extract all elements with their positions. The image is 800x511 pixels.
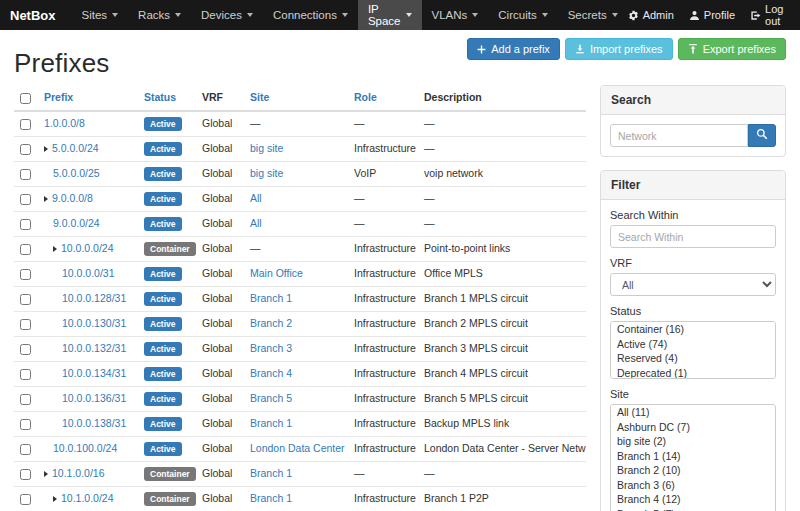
status-listbox[interactable]: Container (16)Active (74)Reserved (4)Dep… [610, 321, 776, 379]
prefix-link[interactable]: 10.0.0.138/31 [62, 417, 126, 429]
prefix-link[interactable]: 10.0.100.0/24 [53, 442, 117, 454]
prefix-link[interactable]: 1.0.0.0/8 [44, 117, 85, 129]
site-link[interactable]: Main Office [250, 267, 303, 279]
column-header-role[interactable]: Role [348, 85, 418, 111]
listbox-option[interactable]: Ashburn DC (7) [611, 420, 775, 435]
prefix-link[interactable]: 10.0.0.128/31 [62, 292, 126, 304]
prefix-link[interactable]: 10.0.0.0/31 [62, 267, 115, 279]
profile-menu-item[interactable]: Profile [689, 9, 735, 21]
row-checkbox[interactable] [20, 469, 31, 480]
site-listbox[interactable]: All (11)Ashburn DC (7)big site (2)Branch… [610, 404, 776, 511]
row-checkbox[interactable] [20, 344, 31, 355]
listbox-option[interactable]: Branch 3 (6) [611, 478, 775, 493]
row-checkbox[interactable] [20, 219, 31, 230]
select-all-checkbox[interactable] [20, 93, 31, 104]
prefix-link[interactable]: 10.1.0.0/16 [52, 467, 105, 479]
row-checkbox[interactable] [20, 394, 31, 405]
listbox-option[interactable]: big site (2) [611, 434, 775, 449]
site-link[interactable]: big site [250, 167, 283, 179]
column-header-status[interactable]: Status [138, 85, 196, 111]
listbox-option[interactable]: All (11) [611, 405, 775, 420]
search-within-input[interactable] [610, 225, 776, 248]
listbox-option[interactable]: Branch 2 (10) [611, 463, 775, 478]
prefix-link[interactable]: 9.0.0.0/24 [53, 217, 100, 229]
listbox-option[interactable]: Branch 4 (12) [611, 492, 775, 507]
site-link[interactable]: Branch 4 [250, 367, 292, 379]
add-prefix-button[interactable]: Add a prefix [467, 38, 560, 60]
expand-icon[interactable] [44, 146, 48, 152]
listbox-option[interactable]: Branch 1 (14) [611, 449, 775, 464]
row-checkbox[interactable] [20, 419, 31, 430]
prefix-link[interactable]: 9.0.0.0/8 [52, 192, 93, 204]
row-checkbox[interactable] [20, 119, 31, 130]
prefix-link[interactable]: 10.1.0.0/24 [61, 492, 114, 504]
expand-icon[interactable] [53, 496, 57, 502]
expand-icon[interactable] [44, 196, 48, 202]
site-link[interactable]: Branch 3 [250, 342, 292, 354]
site-link[interactable]: Branch 2 [250, 317, 292, 329]
row-checkbox[interactable] [20, 244, 31, 255]
nav-item-vlans[interactable]: VLANs [422, 0, 489, 30]
column-header-prefix[interactable]: Prefix [38, 85, 138, 111]
row-checkbox[interactable] [20, 169, 31, 180]
nav-item-racks[interactable]: Racks [128, 0, 191, 30]
row-checkbox[interactable] [20, 444, 31, 455]
site-link[interactable]: Branch 5 [250, 392, 292, 404]
import-prefixes-button[interactable]: Import prefixes [565, 38, 673, 60]
row-checkbox[interactable] [20, 269, 31, 280]
listbox-option[interactable]: Reserved (4) [611, 351, 775, 366]
vrf-value: Global [202, 267, 232, 279]
app-brand[interactable]: NetBox [10, 0, 56, 30]
prefix-link[interactable]: 10.0.0.136/31 [62, 392, 126, 404]
column-header-label[interactable]: Prefix [44, 91, 73, 103]
search-input[interactable] [610, 124, 748, 147]
prefix-link[interactable]: 10.0.0.132/31 [62, 342, 126, 354]
listbox-option[interactable]: Branch 5 (7) [611, 507, 775, 511]
expand-icon[interactable] [53, 246, 57, 252]
expand-icon[interactable] [44, 471, 48, 477]
listbox-option[interactable]: Active (74) [611, 337, 775, 352]
nav-item-ip-space[interactable]: IP Space [358, 0, 422, 30]
listbox-option[interactable]: Deprecated (1) [611, 366, 775, 380]
row-checkbox[interactable] [20, 144, 31, 155]
column-header-label[interactable]: Role [354, 91, 377, 103]
prefix-link[interactable]: 10.0.0.134/31 [62, 367, 126, 379]
site-link[interactable]: All [250, 192, 262, 204]
description-value: Branch 3 MPLS circuit [424, 342, 528, 354]
search-button[interactable] [748, 124, 776, 147]
column-header-label[interactable]: Site [250, 91, 269, 103]
table-row: 10.0.0.0/31ActiveGlobalMain OfficeInfras… [14, 261, 586, 286]
site-link[interactable]: Branch 1 [250, 467, 292, 479]
logout-menu-item[interactable]: Log out [750, 3, 790, 27]
row-checkbox[interactable] [20, 369, 31, 380]
prefix-link[interactable]: 5.0.0.0/24 [52, 142, 99, 154]
row-checkbox[interactable] [20, 494, 31, 505]
row-checkbox[interactable] [20, 319, 31, 330]
nav-item-devices[interactable]: Devices [191, 0, 263, 30]
admin-menu-item[interactable]: Admin [628, 9, 674, 21]
prefix-link[interactable]: 10.0.0.130/31 [62, 317, 126, 329]
listbox-option[interactable]: Container (16) [611, 322, 775, 337]
chevron-down-icon [542, 13, 548, 17]
row-checkbox[interactable] [20, 194, 31, 205]
column-header-site[interactable]: Site [244, 85, 348, 111]
nav-item-connections[interactable]: Connections [263, 0, 358, 30]
prefix-link[interactable]: 10.0.0.0/24 [61, 242, 114, 254]
vrf-value: Global [202, 242, 232, 254]
site-link[interactable]: Branch 1 [250, 292, 292, 304]
site-link[interactable]: Branch 1 [250, 492, 292, 504]
column-header-label[interactable]: Status [144, 91, 176, 103]
nav-item-circuits[interactable]: Circuits [488, 0, 557, 30]
row-checkbox[interactable] [20, 294, 31, 305]
site-link[interactable]: big site [250, 142, 283, 154]
site-link[interactable]: Branch 1 [250, 417, 292, 429]
description-value: — [424, 192, 435, 204]
nav-item-secrets[interactable]: Secrets [558, 0, 628, 30]
site-link[interactable]: London Data Center [250, 442, 345, 454]
site-value: — [250, 117, 261, 129]
export-prefixes-button[interactable]: Export prefixes [678, 38, 786, 60]
nav-item-sites[interactable]: Sites [72, 0, 129, 30]
prefix-link[interactable]: 5.0.0.0/25 [53, 167, 100, 179]
vrf-select[interactable]: All [610, 273, 776, 296]
site-link[interactable]: All [250, 217, 262, 229]
